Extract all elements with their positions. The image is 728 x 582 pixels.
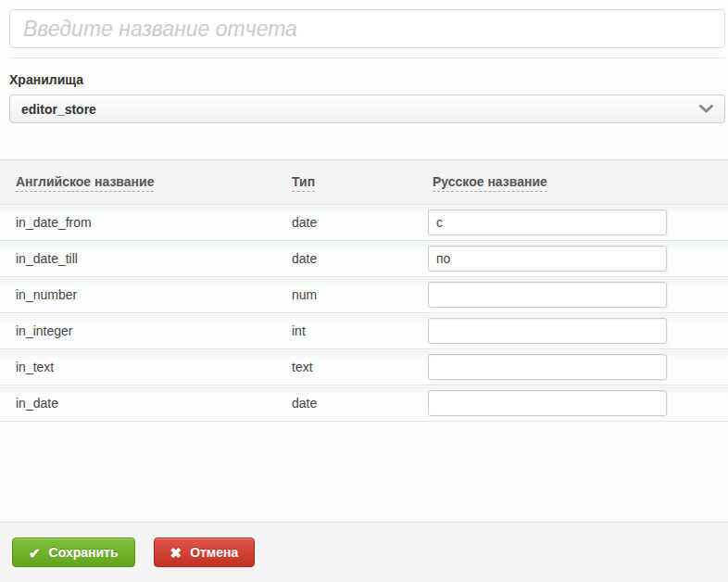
table-row: in_text text [0, 349, 728, 386]
param-type: text [276, 349, 417, 386]
table-row: in_integer int [0, 313, 728, 349]
param-english-name: in_number [0, 277, 276, 313]
column-header-type[interactable]: Тип [276, 160, 417, 205]
check-icon: ✔ [29, 546, 41, 560]
params-table-header-row: Английское название Тип Русское название [0, 160, 728, 205]
russian-name-input[interactable] [428, 390, 667, 416]
param-russian-name-cell [417, 349, 728, 386]
column-header-russian-name[interactable]: Русское название [417, 160, 728, 205]
param-english-name: in_date_till [0, 241, 276, 277]
russian-name-input[interactable] [428, 209, 667, 235]
params-table: Английское название Тип Русское название… [0, 159, 728, 422]
storage-section: Хранилища editor_store [0, 58, 728, 123]
param-english-name: in_date_from [0, 205, 276, 241]
param-russian-name-cell [417, 386, 728, 422]
param-english-name: in_date [0, 386, 276, 422]
cancel-button[interactable]: ✖ Отмена [154, 538, 256, 567]
table-row: in_date_from date [0, 205, 728, 241]
footer-toolbar: ✔ Сохранить ✖ Отмена [0, 522, 728, 582]
report-name-input[interactable] [9, 9, 725, 48]
param-english-name: in_text [0, 349, 276, 386]
table-row: in_date date [0, 386, 728, 422]
table-row: in_number num [0, 277, 728, 313]
save-button-label: Сохранить [49, 545, 119, 560]
param-russian-name-cell [417, 313, 728, 349]
param-russian-name-cell [417, 205, 728, 241]
report-editor-page: Хранилища editor_store Английское назван… [0, 0, 728, 582]
param-russian-name-cell [417, 277, 728, 313]
report-name-section [0, 0, 728, 58]
param-type: date [276, 386, 417, 422]
storage-label: Хранилища [9, 72, 725, 87]
param-russian-name-cell [417, 241, 728, 277]
russian-name-input[interactable] [428, 282, 667, 308]
russian-name-input[interactable] [428, 318, 667, 344]
param-type: date [276, 205, 417, 241]
column-header-english-name[interactable]: Английское название [0, 160, 276, 205]
save-button[interactable]: ✔ Сохранить [12, 538, 135, 567]
russian-name-input[interactable] [428, 354, 667, 380]
storage-selected-value: editor_store [21, 102, 96, 117]
storage-select[interactable]: editor_store [9, 95, 725, 123]
param-type: date [276, 241, 417, 277]
cancel-button-label: Отмена [190, 545, 238, 560]
empty-area [0, 422, 728, 522]
x-icon: ✖ [170, 546, 182, 560]
chevron-down-icon [699, 105, 713, 113]
param-english-name: in_integer [0, 313, 276, 349]
param-type: int [276, 313, 417, 349]
russian-name-input[interactable] [428, 246, 667, 272]
param-type: num [276, 277, 417, 313]
table-row: in_date_till date [0, 241, 728, 277]
